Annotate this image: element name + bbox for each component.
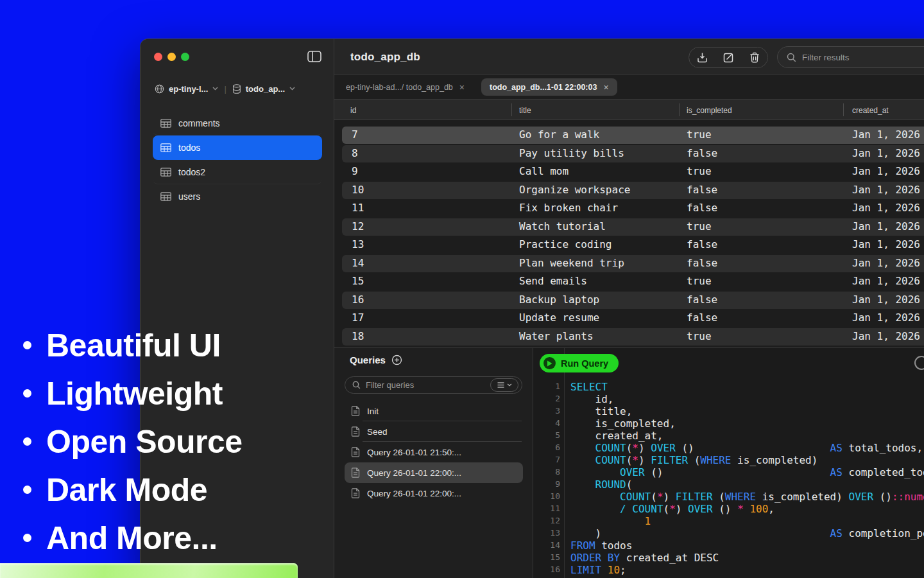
sidebar-item-users[interactable]: users [153,184,322,209]
play-icon [543,357,556,369]
cell-title: Go for a walk [519,128,599,141]
filter-queries-input[interactable] [366,380,485,390]
cell-created-at: Jan 1, 2026 [852,238,920,250]
line-number: 16 [533,565,560,574]
line-number: 1 [533,381,560,391]
table-row[interactable]: 16Backup laptopfalseJan 1, 2026 [342,292,924,309]
cell-id: 11 [352,202,364,214]
sidebar-toggle-icon[interactable] [307,51,321,62]
cell-id: 17 [352,311,364,324]
minimize-window-button[interactable] [167,53,176,61]
code-text: FROM todos [570,539,632,552]
table-row[interactable]: 14Plan weekend tripfalseJan 1, 2026 [342,255,924,272]
query-item[interactable]: Query 26-01-01 22:00:... [345,462,523,483]
code-line: 1SELECT [533,381,924,393]
table-row[interactable]: 7Go for a walktrueJan 1, 2026 [342,127,924,144]
page-title: todo_app_db [350,39,420,75]
feature-bullet: Open Source [23,417,243,466]
green-card [0,563,298,578]
code-line: 12 1 [533,515,924,527]
sidebar-item-todos[interactable]: todos [153,136,322,160]
add-query-icon[interactable] [391,355,402,365]
chevron-down-icon[interactable] [289,87,295,91]
traffic-lights [154,53,189,61]
toolbar [689,47,768,68]
results-header: id title is_completed created_at [334,100,924,120]
feature-bullet: And More... [23,514,243,562]
cell-created-at: Jan 1, 2026 [852,128,920,141]
query-item-label: Init [367,407,379,416]
code-area[interactable]: 1SELECT2 id,3 title,4 is_completed,5 cre… [533,381,924,576]
column-header-is-completed[interactable]: is_completed [687,100,732,121]
column-divider[interactable] [679,103,680,116]
zoom-window-button[interactable] [181,53,189,61]
bullet-dot [23,486,31,494]
code-text: LIMIT 10; [570,564,626,576]
code-line: 10 COUNT(*) FILTER (WHERE is_completed) … [533,491,924,503]
connection-dropdown[interactable]: ep-tiny-l... [169,84,208,94]
sidebar-item-comments[interactable]: comments [153,111,322,136]
close-window-button[interactable] [154,53,162,61]
table-row[interactable]: 17Update resumefalseJan 1, 2026 [342,310,924,327]
cell-created-at: Jan 1, 2026 [852,257,920,269]
code-line: 8 OVER () AS completed_todos, [533,466,924,478]
trash-icon[interactable] [749,52,760,63]
table-row[interactable]: 11Fix broken chairfalseJan 1, 2026 [342,200,924,217]
close-icon[interactable]: × [603,82,608,92]
edge-clipped-icon[interactable] [914,356,924,370]
tab-query-result[interactable]: todo_app_db...1-01 22:00:03 × [481,78,617,96]
export-icon[interactable] [697,52,708,63]
table-row[interactable]: 12Watch tutorialtrueJan 1, 2026 [342,218,924,236]
edit-icon[interactable] [723,52,734,63]
cell-title: Practice coding [519,238,612,250]
tab-table-view[interactable]: ep-tiny-lab-ad.../ todo_app_db × [346,82,465,92]
code-text: ) AS completion_percent [570,527,924,539]
query-item-label: Query 26-01-01 21:50:... [367,448,461,457]
column-header-title[interactable]: title [519,100,531,121]
cell-is-completed: true [687,128,712,141]
cell-created-at: Jan 1, 2026 [852,165,920,177]
sidebar-item-label: todos [178,143,200,153]
code-line: 4 is_completed, [533,417,924,430]
sidebar-item-todos2[interactable]: todos2 [153,160,322,184]
run-query-button[interactable]: Run Query [540,354,619,372]
table-row[interactable]: 9Call momtrueJan 1, 2026 [342,163,924,180]
code-text: COUNT(*) FILTER (WHERE is_completed) OVE… [570,491,924,503]
chevron-down-icon[interactable] [212,87,218,91]
column-header-created-at[interactable]: created_at [852,100,889,121]
table-row[interactable]: 13Practice codingfalseJan 1, 2026 [342,236,924,254]
sort-filter-button[interactable] [490,378,518,392]
column-header-id[interactable]: id [350,100,356,121]
table-row[interactable]: 8Pay utility billsfalseJan 1, 2026 [342,145,924,162]
table-row[interactable]: 10Organize workspacefalseJan 1, 2026 [342,182,924,199]
sql-editor[interactable]: Run Query 1SELECT2 id,3 title,4 is_compl… [533,347,924,578]
query-item-label: Query 26-01-01 22:00:... [367,468,461,478]
table-row[interactable]: 18Water plantstrueJan 1, 2026 [342,328,924,346]
close-icon[interactable]: × [459,82,465,92]
app-window: ep-tiny-l... | todo_ap... commentstodost… [140,39,924,578]
query-item[interactable]: Query 26-01-01 21:50:... [345,442,523,462]
results-rows: 7Go for a walktrueJan 1, 20268Pay utilit… [342,127,924,346]
cell-is-completed: false [687,184,717,196]
line-number: 11 [533,504,560,513]
query-item[interactable]: Seed [345,421,523,442]
code-line: 3 title, [533,405,924,417]
feature-text: And More... [46,520,218,557]
code-text: is_completed, [570,417,676,430]
document-icon [351,406,360,416]
globe-icon [155,84,164,94]
query-item[interactable]: Init [345,401,523,421]
code-text: ORDER BY created_at DESC [570,552,719,564]
table-row[interactable]: 15Send emailstrueJan 1, 2026 [342,273,924,290]
cell-title: Plan weekend trip [519,257,624,269]
line-number: 6 [533,442,560,452]
query-item[interactable]: Query 26-01-01 22:00:... [345,483,523,504]
column-divider[interactable] [511,103,512,116]
feature-bullet: Beautiful UI [23,321,243,369]
cell-is-completed: false [687,238,717,250]
column-divider[interactable] [843,103,844,116]
filter-results-input[interactable] [802,53,924,62]
line-number: 12 [533,516,560,525]
results-filter [777,46,924,68]
database-dropdown[interactable]: todo_ap... [246,84,285,94]
